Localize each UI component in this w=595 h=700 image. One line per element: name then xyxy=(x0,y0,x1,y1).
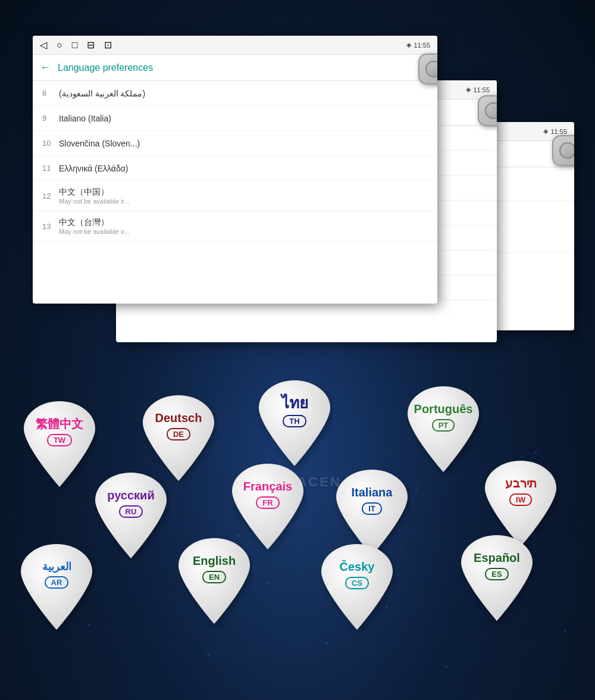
status-right-3: ◈ 11:55 xyxy=(543,127,567,135)
pin-ar: العربية AR xyxy=(18,542,95,634)
lang-info: Slovenčina (Sloven...) xyxy=(59,139,140,148)
home-button-1[interactable] xyxy=(418,54,437,85)
list-item[interactable]: 11 Ελληνικά (Ελλάδα) xyxy=(33,156,437,181)
status-right-2: ◈ 11:55 xyxy=(466,86,490,93)
lang-name: (مملكة العربية السعودية) xyxy=(59,89,145,98)
pin-shape-cs: Česky CS xyxy=(318,542,396,634)
pin-pt: Português PT xyxy=(405,384,482,476)
watermark: CARLACEN xyxy=(253,474,341,490)
status-right-1: ◈ 11:55 xyxy=(406,41,430,49)
lang-name: 中文（台灣） xyxy=(59,217,130,228)
list-item[interactable]: 10 Slovenčina (Sloven...) xyxy=(33,131,437,156)
lang-num: 12 xyxy=(42,192,59,201)
pins-layer: 繁體中文 TW xyxy=(0,345,595,700)
time-2: 11:55 xyxy=(473,86,490,93)
lang-info: 中文（台灣） May not be available ir... xyxy=(59,217,130,235)
lang-num: 11 xyxy=(42,164,59,173)
battery-1: ⊡ xyxy=(104,39,112,51)
lang-num: 9 xyxy=(42,114,59,123)
screenshots-container: ◁ ○ □ ◈ 11:55 ← Languages & input ⇄ Lang… xyxy=(33,36,550,345)
lang-name: 中文（中国） xyxy=(59,187,130,198)
lang-name: Slovenčina (Sloven...) xyxy=(59,139,140,148)
lang-name: Italiano (Italia) xyxy=(59,114,111,123)
location-icon-2: ◈ xyxy=(466,86,471,93)
back-nav-1: ◁ xyxy=(40,39,47,51)
lang-num: 8 xyxy=(42,89,59,98)
list-item[interactable]: 13 中文（台灣） May not be available ir... xyxy=(33,211,437,242)
back-arrow-1[interactable]: ← xyxy=(40,61,51,74)
lang-note: May not be available ir... xyxy=(59,228,130,235)
app-bar-1: ← Language preferences ⋮ xyxy=(33,55,437,81)
list-item[interactable]: 8 (مملكة العربية السعودية) xyxy=(33,81,437,106)
home-inner-3 xyxy=(559,142,574,159)
list-item[interactable]: 9 Italiano (Italia) xyxy=(33,106,437,131)
pin-shape-ru: русский RU xyxy=(92,470,170,562)
lang-num: 13 xyxy=(42,222,59,231)
pin-en: English EN xyxy=(176,536,253,628)
time-1: 11:55 xyxy=(414,42,430,49)
pin-shape-ar: العربية AR xyxy=(18,542,95,634)
lang-info: 中文（中国） May not be available ir... xyxy=(59,187,130,205)
photo-nav-1: ⊟ xyxy=(87,39,95,51)
pin-th: ไทย TH xyxy=(256,378,333,470)
pin-shape-th: ไทย TH xyxy=(256,378,333,470)
pin-tw: 繁體中文 TW xyxy=(21,399,98,491)
app-title-1: Language preferences xyxy=(58,62,412,73)
home-button-3[interactable] xyxy=(552,135,574,166)
lang-info: Italiano (Italia) xyxy=(59,114,111,123)
lang-note: May not be available ir... xyxy=(59,198,130,205)
lang-info: Ελληνικά (Ελλάδα) xyxy=(59,164,128,173)
time-3: 11:55 xyxy=(550,128,567,135)
lang-name: Ελληνικά (Ελλάδα) xyxy=(59,164,128,173)
pin-ru: русский RU xyxy=(92,470,170,562)
nav-bar-1: ◁ ○ □ ⊟ ⊡ ◈ 11:55 xyxy=(33,36,437,55)
pin-shape-es: Español ES xyxy=(458,533,536,625)
home-inner-2 xyxy=(485,102,497,119)
location-icon-3: ◈ xyxy=(543,127,548,135)
lang-info: (مملكة العربية السعودية) xyxy=(59,89,145,98)
circle-nav-1: ○ xyxy=(57,40,62,51)
list-item[interactable]: 12 中文（中国） May not be available ir... xyxy=(33,181,437,211)
lang-num: 10 xyxy=(42,139,59,148)
pin-shape-en: English EN xyxy=(176,536,253,628)
home-inner-1 xyxy=(425,61,437,77)
pin-shape-pt: Português PT xyxy=(405,384,482,476)
language-list-1: 8 (مملكة العربية السعودية) 9 Italiano (I… xyxy=(33,81,437,242)
square-nav-1: □ xyxy=(72,40,78,51)
home-button-2[interactable] xyxy=(478,95,497,126)
pin-shape-tw: 繁體中文 TW xyxy=(21,399,98,491)
screenshot-lang-prefs-1: ◁ ○ □ ⊟ ⊡ ◈ 11:55 ← Language preferences… xyxy=(33,36,437,304)
location-icon-1: ◈ xyxy=(406,41,411,49)
pin-cs: Česky CS xyxy=(318,542,396,634)
pin-es: Español ES xyxy=(458,533,536,625)
